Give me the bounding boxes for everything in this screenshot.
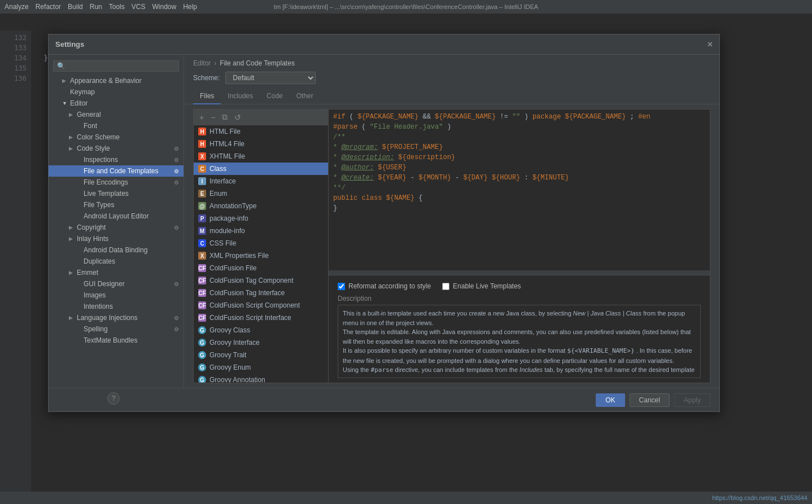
remove-template-button[interactable]: − — [208, 112, 217, 122]
sidebar-item-gui-designer[interactable]: GUI Designer ⚙ — [49, 278, 184, 290]
code-editor-content[interactable]: #if ( ${PACKAGE_NAME} && ${PACKAGE_NAME}… — [329, 109, 710, 270]
file-item-css[interactable]: C CSS File — [194, 237, 328, 249]
reset-template-button[interactable]: ↺ — [232, 112, 243, 122]
cf-tag-int-icon: CF — [198, 289, 206, 297]
file-item-groovy-interface[interactable]: G Groovy Interface — [194, 336, 328, 349]
file-item-class[interactable]: C Class — [194, 163, 328, 175]
code-line-3: /** — [333, 132, 705, 142]
sidebar-item-images[interactable]: Images — [49, 290, 184, 301]
file-item-html4[interactable]: H HTML4 File — [194, 138, 328, 150]
live-templates-checkbox[interactable] — [442, 283, 449, 290]
menubar: Analyze Refactor Build Run Tools VCS Win… — [0, 0, 812, 14]
tab-includes[interactable]: Includes — [221, 89, 260, 104]
sidebar-item-keymap[interactable]: Keymap — [49, 86, 184, 98]
menu-help[interactable]: Help — [183, 3, 197, 11]
help-button[interactable]: ? — [107, 392, 120, 405]
groovy-annotation-icon: G — [198, 376, 206, 383]
sidebar-item-file-encodings[interactable]: File Encodings ⚙ — [49, 177, 184, 188]
file-item-annotation[interactable]: @ AnnotationType — [194, 200, 328, 212]
sidebar-item-file-templates[interactable]: File and Code Templates ⚙ — [49, 165, 184, 177]
menu-build[interactable]: Build — [68, 3, 83, 11]
file-item-xml-properties[interactable]: X XML Properties File — [194, 249, 328, 262]
close-button[interactable]: × — [708, 40, 713, 49]
reformat-checkbox-label[interactable]: Reformat according to style — [338, 282, 431, 290]
sidebar-item-inlay-hints[interactable]: ▶ Inlay Hints — [49, 233, 184, 244]
html-file-icon: H — [198, 128, 206, 135]
menu-run[interactable]: Run — [90, 3, 102, 11]
sidebar-item-language-injections[interactable]: ▶ Language Injections ⚙ — [49, 312, 184, 323]
menu-tools[interactable]: Tools — [109, 3, 125, 11]
menu-analyze[interactable]: Analyze — [5, 3, 29, 11]
sidebar-item-copyright[interactable]: ▶ Copyright ⚙ — [49, 222, 184, 233]
tab-files[interactable]: Files — [193, 89, 221, 104]
sidebar-item-live-templates[interactable]: Live Templates — [49, 188, 184, 199]
line-136: 136 — [0, 73, 31, 84]
file-item-groovy-class[interactable]: G Groovy Class — [194, 324, 328, 336]
file-item-coldfusion[interactable]: CF ColdFusion File — [194, 262, 328, 274]
sidebar-item-intentions[interactable]: Intentions — [49, 301, 184, 312]
arrow-placeholder — [76, 179, 81, 185]
code-scrollbar[interactable] — [329, 270, 710, 275]
live-templates-checkbox-label[interactable]: Enable Live Templates — [442, 282, 521, 290]
code-line-1: #if ( ${PACKAGE_NAME} && ${PACKAGE_NAME}… — [333, 112, 705, 122]
file-item-cf-tag-component[interactable]: CF ColdFusion Tag Component — [194, 274, 328, 287]
file-item-module-info[interactable]: M module-info — [194, 225, 328, 237]
file-item-label: Interface — [209, 177, 236, 185]
sidebar-item-emmet[interactable]: ▶ Emmet — [49, 267, 184, 278]
file-item-xhtml[interactable]: X XHTML File — [194, 150, 328, 163]
scheme-select[interactable]: Default — [225, 72, 316, 84]
file-item-html[interactable]: H HTML File — [194, 125, 328, 138]
groovy-interface-icon: G — [198, 339, 206, 347]
arrow-placeholder — [76, 258, 81, 264]
sidebar-item-font[interactable]: Font — [49, 120, 184, 132]
sidebar-item-android-layout[interactable]: Android Layout Editor — [49, 211, 184, 222]
checkboxes-row: Reformat according to style Enable Live … — [338, 280, 701, 295]
sidebar-item-file-types[interactable]: File Types — [49, 199, 184, 211]
file-item-label: AnnotationType — [209, 202, 256, 210]
file-item-package-info[interactable]: P package-info — [194, 212, 328, 225]
tab-other[interactable]: Other — [290, 89, 320, 104]
menu-vcs[interactable]: VCS — [132, 3, 146, 11]
file-item-label: Groovy Interface — [209, 339, 260, 347]
sidebar-item-color-scheme[interactable]: ▶ Color Scheme — [49, 132, 184, 143]
file-item-groovy-trait[interactable]: G Groovy Trait — [194, 349, 328, 361]
file-list-toolbar: + − ⧉ ↺ — [194, 109, 328, 125]
add-template-button[interactable]: + — [197, 112, 206, 122]
file-item-cf-tag-interface[interactable]: CF ColdFusion Tag Interface — [194, 287, 328, 299]
cf-script-int-icon: CF — [198, 314, 206, 322]
file-item-groovy-annotation[interactable]: G Groovy Annotation — [194, 374, 328, 383]
enum-file-icon: E — [198, 190, 206, 198]
sidebar-item-duplicates[interactable]: Duplicates — [49, 256, 184, 267]
menu-refactor[interactable]: Refactor — [36, 3, 61, 11]
sidebar-item-textmate[interactable]: TextMate Bundles — [49, 335, 184, 346]
code-editor[interactable]: #if ( ${PACKAGE_NAME} && ${PACKAGE_NAME}… — [329, 109, 710, 383]
ok-button[interactable]: OK — [596, 393, 625, 407]
sidebar-item-android-binding[interactable]: Android Data Binding — [49, 244, 184, 256]
copy-template-button[interactable]: ⧉ — [220, 112, 230, 122]
description-box: This is a built-in template used each ti… — [338, 305, 701, 378]
file-item-cf-script-component[interactable]: CF ColdFusion Script Component — [194, 299, 328, 312]
file-item-label: ColdFusion File — [209, 264, 256, 272]
sidebar-item-code-style[interactable]: ▶ Code Style ⚙ — [49, 143, 184, 154]
package-file-icon: P — [198, 214, 206, 222]
groovy-trait-icon: G — [198, 351, 206, 359]
right-panel: Editor › File and Code Templates Scheme:… — [184, 55, 719, 388]
file-item-groovy-enum[interactable]: G Groovy Enum — [194, 361, 328, 374]
tab-code[interactable]: Code — [260, 89, 290, 104]
search-input[interactable] — [68, 62, 175, 70]
file-item-enum[interactable]: E Enum — [194, 187, 328, 200]
reformat-checkbox[interactable] — [338, 283, 345, 290]
search-box[interactable]: 🔍 — [53, 60, 179, 72]
cancel-button[interactable]: Cancel — [630, 393, 670, 407]
file-item-cf-script-interface[interactable]: CF ColdFusion Script Interface — [194, 312, 328, 324]
apply-button[interactable]: Apply — [674, 393, 710, 407]
menu-window[interactable]: Window — [152, 3, 176, 11]
sidebar-item-inspections[interactable]: Inspections ⚙ — [49, 154, 184, 165]
scheme-label: Scheme: — [193, 74, 220, 82]
sidebar-item-spelling[interactable]: Spelling ⚙ — [49, 323, 184, 335]
file-item-interface[interactable]: I Interface — [194, 175, 328, 187]
sidebar-item-general[interactable]: ▶ General — [49, 109, 184, 120]
sidebar-item-editor[interactable]: ▼ Editor — [49, 98, 184, 109]
sidebar-item-appearance[interactable]: ▶ Appearance & Behavior — [49, 75, 184, 86]
file-item-label: CSS File — [209, 239, 236, 247]
